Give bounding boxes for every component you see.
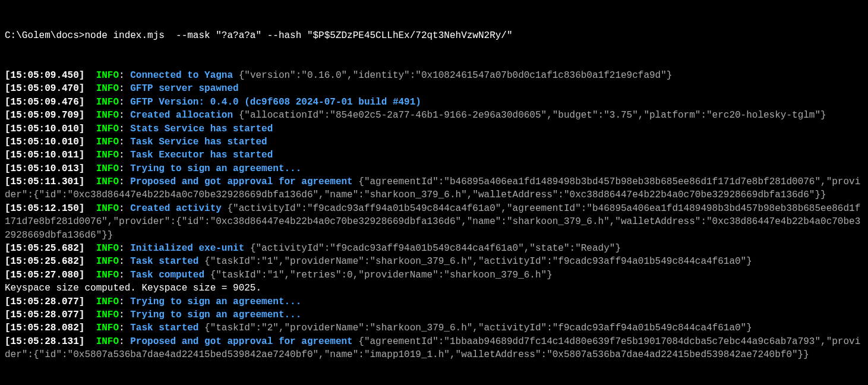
log-timestamp: [15:05:28.077]: [5, 310, 84, 320]
log-message: Task computed: [130, 270, 204, 280]
log-level: INFO: [96, 124, 119, 134]
log-line: [15:05:28.131] INFO: Proposed and got ap…: [5, 335, 863, 362]
log-json: {"taskId":"1","retries":0,"providerName"…: [210, 270, 553, 280]
log-colon: :: [119, 110, 130, 121]
log-line: [15:05:25.682] INFO: Task started {"task…: [5, 255, 863, 268]
log-colon: :: [119, 203, 130, 214]
log-line: [15:05:28.077] INFO: Trying to sign an a…: [5, 308, 863, 321]
log-level: INFO: [96, 137, 119, 147]
log-level: INFO: [96, 203, 119, 214]
log-message: Trying to sign an agreement...: [130, 296, 301, 307]
log-message: Created activity: [130, 203, 222, 214]
terminal-output[interactable]: C:\Golem\docs>node index.mjs --mask "?a?…: [0, 0, 868, 377]
log-timestamp: [15:05:10.010]: [5, 124, 84, 134]
log-line: [15:05:10.013] INFO: Trying to sign an a…: [5, 162, 863, 175]
log-timestamp: [15:05:28.131]: [5, 336, 84, 347]
log-line: [15:05:11.301] INFO: Proposed and got ap…: [5, 175, 863, 202]
log-message: Initialized exe-unit: [130, 243, 244, 254]
log-timestamp: [15:05:09.450]: [5, 70, 84, 81]
log-timestamp: [15:05:10.011]: [5, 150, 84, 160]
log-message: Stats Service has started: [130, 124, 273, 134]
log-message: Task started: [130, 256, 198, 267]
log-colon: :: [119, 137, 130, 147]
log-line: [15:05:10.010] INFO: Task Service has st…: [5, 135, 863, 149]
log-json: {"allocationId":"854e02c5-2a77-46b1-9166…: [239, 110, 826, 121]
log-line: [15:05:25.682] INFO: Initialized exe-uni…: [5, 242, 863, 255]
log-timestamp: [15:05:28.077]: [5, 296, 84, 307]
log-message: Created allocation: [130, 110, 233, 121]
log-json: {"taskId":"1","providerName":"sharkoon_3…: [204, 256, 752, 267]
log-line: Keyspace size computed. Keyspace size = …: [5, 282, 863, 295]
log-level: INFO: [96, 150, 119, 160]
log-level: INFO: [96, 70, 119, 81]
log-plain-text: Keyspace size computed. Keyspace size = …: [5, 283, 261, 294]
log-timestamp: [15:05:09.476]: [5, 97, 84, 108]
log-colon: :: [119, 296, 130, 307]
log-level: INFO: [96, 336, 119, 347]
log-colon: :: [119, 243, 130, 254]
log-timestamp: [15:05:10.010]: [5, 137, 84, 147]
log-level: INFO: [96, 243, 119, 254]
log-timestamp: [15:05:25.682]: [5, 243, 84, 254]
log-message: Task Service has started: [130, 137, 267, 147]
log-colon: :: [119, 150, 130, 160]
log-colon: :: [119, 310, 130, 320]
log-colon: :: [119, 270, 130, 280]
log-level: INFO: [96, 323, 119, 333]
log-line: [15:05:10.011] INFO: Task Executor has s…: [5, 149, 863, 162]
log-message: Proposed and got approval for agreement: [130, 176, 352, 187]
log-timestamp: [15:05:11.301]: [5, 176, 84, 187]
log-level: INFO: [96, 110, 119, 121]
log-colon: :: [119, 163, 130, 174]
log-level: INFO: [96, 296, 119, 307]
log-colon: :: [119, 70, 130, 81]
log-message: Task started: [130, 323, 198, 333]
log-colon: :: [119, 176, 130, 187]
log-level: INFO: [96, 270, 119, 280]
log-timestamp: [15:05:25.682]: [5, 256, 84, 267]
log-line: [15:05:09.476] INFO: GFTP Version: 0.4.0…: [5, 96, 863, 109]
log-level: INFO: [96, 163, 119, 174]
log-line: [15:05:12.150] INFO: Created activity {"…: [5, 202, 863, 242]
log-level: INFO: [96, 83, 119, 94]
log-colon: :: [119, 323, 130, 333]
log-message: Task Executor has started: [130, 150, 273, 160]
log-message: Connected to Yagna: [130, 70, 233, 81]
log-json: {"taskId":"2","providerName":"sharkoon_3…: [204, 323, 752, 333]
log-line: [15:05:28.082] INFO: Task started {"task…: [5, 321, 863, 334]
log-level: INFO: [96, 97, 119, 108]
log-timestamp: [15:05:27.080]: [5, 270, 84, 280]
log-message: Proposed and got approval for agreement: [130, 336, 352, 347]
log-message: GFTP server spawned: [130, 83, 238, 94]
log-json: {"activityId":"f9cadc93aff94a01b549c844c…: [250, 243, 621, 254]
log-timestamp: [15:05:09.709]: [5, 110, 84, 121]
log-colon: :: [119, 256, 130, 267]
log-timestamp: [15:05:10.013]: [5, 163, 84, 174]
log-line: [15:05:09.709] INFO: Created allocation …: [5, 109, 863, 122]
log-lines-container: [15:05:09.450] INFO: Connected to Yagna …: [5, 69, 863, 362]
log-colon: :: [119, 124, 130, 134]
log-timestamp: [15:05:12.150]: [5, 203, 84, 214]
log-message: Trying to sign an agreement...: [130, 310, 301, 320]
log-colon: :: [119, 83, 130, 94]
log-colon: :: [119, 336, 130, 347]
log-message: Trying to sign an agreement...: [130, 163, 301, 174]
log-line: [15:05:10.010] INFO: Stats Service has s…: [5, 122, 863, 135]
log-level: INFO: [96, 310, 119, 320]
log-line: [15:05:09.450] INFO: Connected to Yagna …: [5, 69, 863, 82]
log-line: [15:05:27.080] INFO: Task computed {"tas…: [5, 269, 863, 282]
log-timestamp: [15:05:09.470]: [5, 83, 84, 94]
log-json: {"version":"0.16.0","identity":"0x108246…: [239, 70, 673, 81]
log-level: INFO: [96, 256, 119, 267]
log-line: [15:05:28.077] INFO: Trying to sign an a…: [5, 295, 863, 308]
log-line: [15:05:09.470] INFO: GFTP server spawned: [5, 82, 863, 95]
log-message: GFTP Version: 0.4.0 (dc9f608 2024-07-01 …: [130, 97, 421, 108]
log-level: INFO: [96, 176, 119, 187]
log-timestamp: [15:05:28.082]: [5, 323, 84, 333]
log-colon: :: [119, 97, 130, 108]
command-prompt: C:\Golem\docs>node index.mjs --mask "?a?…: [5, 29, 863, 42]
